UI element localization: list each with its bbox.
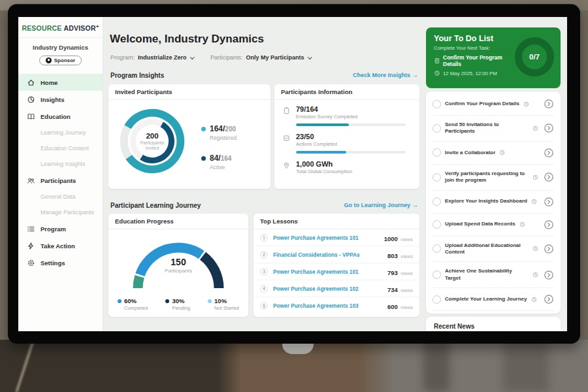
lesson-views: 734 views: [387, 283, 413, 295]
todo-task-row[interactable]: Send 50 Invitations to Participants: [433, 116, 554, 142]
consumption-icon: [282, 161, 291, 170]
sidebar-nav: Home Insights Education Learning: [18, 74, 103, 271]
task-label: Complete Your Learning Journey: [445, 296, 527, 302]
legend-dot: [208, 299, 212, 303]
todo-task-row[interactable]: Invite a Collaborator: [433, 142, 554, 165]
actions-icon: [282, 134, 291, 142]
task-checkbox[interactable]: [433, 124, 441, 133]
recent-news-card: Recent News: [426, 317, 561, 331]
go-to-learning-journey-link[interactable]: Go to Learning Journey→: [344, 202, 418, 208]
recent-news-title: Recent News: [434, 323, 474, 330]
task-chevron-button[interactable]: [544, 244, 554, 254]
task-checkbox[interactable]: [433, 244, 441, 253]
task-checkbox[interactable]: [433, 100, 441, 108]
sidebar-item-label: Manage Participants: [41, 209, 94, 216]
lesson-rank-badge: 4: [260, 285, 268, 293]
task-chevron-button[interactable]: [544, 123, 554, 133]
task-checkbox[interactable]: [433, 148, 441, 157]
task-checkbox[interactable]: [433, 270, 441, 279]
task-chevron-button[interactable]: [544, 148, 554, 158]
collapse-tasks-link[interactable]: Collapse Tasks: [433, 311, 554, 314]
sidebar-item-label: General Data: [41, 193, 76, 200]
lesson-row: 1 Power Purchase Agreements 101 1000 vie…: [253, 229, 419, 246]
lesson-link[interactable]: Power Purchase Agreements 101: [273, 235, 384, 241]
sidebar: RESOURCEADVISOR+ Industry Dynamics Spons…: [18, 17, 103, 331]
task-chevron-button[interactable]: [544, 99, 554, 109]
participants-icon: [27, 176, 35, 185]
lesson-link[interactable]: Power Purchase Agreements 103: [273, 302, 387, 309]
info-stat-row: 23/50 Actions Completed: [282, 133, 412, 154]
todo-tasks-card: Confirm Your Program Details Send 50 Inv…: [426, 91, 561, 314]
sidebar-item[interactable]: Take Action: [18, 237, 103, 254]
task-checkbox[interactable]: [433, 173, 441, 182]
task-chevron-button[interactable]: [544, 197, 554, 207]
legend-dot: [201, 156, 206, 161]
lesson-row: 2 Financial Considerations - VPPAs 803 v…: [253, 246, 419, 263]
lesson-views: 1000 views: [384, 232, 413, 244]
task-checkbox[interactable]: [433, 220, 441, 229]
participants-dropdown[interactable]: Only My Participants: [246, 54, 312, 61]
logo-plus: +: [96, 24, 99, 29]
education-gauge-chart: 150 Participants: [123, 232, 234, 292]
todo-task-row[interactable]: Verify participants requesting to join t…: [433, 165, 554, 191]
education-legend: 60% Completed 30% Pending 10% Not Starte…: [108, 297, 248, 311]
logo-resource: RESOURCE: [22, 24, 61, 32]
participants-filter-label: Participants:: [210, 54, 243, 61]
invited-donut-chart: 200 Participants Invited: [114, 103, 191, 180]
top-lessons-card: Top Lessons 1 Power Purchase Agreements …: [253, 214, 419, 317]
background-blur-shape: [503, 340, 549, 392]
task-checkbox[interactable]: [433, 197, 441, 206]
monitor-bezel: RESOURCEADVISOR+ Industry Dynamics Spons…: [8, 4, 580, 344]
task-label: Achieve One Sustainability Target: [445, 268, 529, 282]
task-chevron-button[interactable]: [544, 220, 554, 230]
sidebar-item[interactable]: Settings: [18, 254, 103, 271]
todo-progress-count: 0/7: [529, 53, 540, 61]
chevron-down-icon: [308, 55, 312, 59]
todo-task-row[interactable]: Explore Your Insights Dashboard: [433, 191, 554, 214]
sidebar-item[interactable]: Program: [18, 220, 103, 237]
sidebar-item[interactable]: Education: [18, 108, 103, 125]
chevron-down-icon: [190, 55, 194, 59]
todo-task-row[interactable]: Achieve One Sustainability Target: [433, 262, 554, 288]
sidebar-item[interactable]: Home: [18, 74, 103, 91]
home-icon: [27, 78, 35, 87]
task-checkbox[interactable]: [433, 295, 441, 304]
sidebar-item[interactable]: Learning Journey: [18, 125, 103, 140]
clock-icon: [531, 199, 537, 204]
check-more-insights-link[interactable]: Check More Insights→: [353, 72, 418, 78]
sidebar-item[interactable]: Learning Insights: [18, 156, 103, 172]
clock-icon: [532, 246, 538, 252]
task-label: Upload Spend Data Records: [445, 221, 515, 227]
clock-icon: [532, 272, 538, 278]
lesson-link[interactable]: Power Purchase Agreements 101: [273, 269, 387, 275]
lesson-link[interactable]: Financial Considerations - VPPAs: [273, 252, 387, 258]
task-chevron-button[interactable]: [544, 294, 554, 304]
program-filter: Program: Industrialize Zero: [110, 54, 193, 61]
todo-task-row[interactable]: Confirm Your Program Details: [433, 93, 554, 116]
sidebar-item[interactable]: Education Content: [18, 140, 103, 156]
arrow-right-icon: →: [412, 72, 418, 78]
task-label: Confirm Your Program Details: [445, 101, 519, 107]
task-chevron-button[interactable]: [544, 172, 554, 182]
app-logo: RESOURCEADVISOR+: [18, 17, 103, 38]
education-progress-card: Education Progress 150 Participants 60%: [108, 214, 248, 317]
program-dropdown[interactable]: Industrialize Zero: [138, 54, 193, 61]
todo-task-row[interactable]: Complete Your Learning Journey: [433, 288, 554, 311]
sidebar-item[interactable]: Insights: [18, 91, 103, 108]
donut-legend: 164/200 Registered 84/164 Active: [201, 122, 237, 171]
task-chevron-button[interactable]: [544, 270, 554, 280]
legend-item: 84/164 Active: [201, 152, 237, 171]
todo-task-row[interactable]: Upload Spend Data Records: [433, 214, 554, 237]
sidebar-item[interactable]: General Data: [18, 189, 103, 204]
legend-item: 10% Not Started: [208, 297, 239, 311]
learning-journey-section-title: Participant Learning Journey: [110, 202, 201, 209]
info-stats: 79/164 Emission Survey Completed 23/50 A…: [274, 100, 419, 174]
todo-task-row[interactable]: Upload Additional Educational Content: [433, 237, 554, 263]
info-stat-row: 79/164 Emission Survey Completed: [282, 105, 412, 126]
todo-next-task[interactable]: Confirm Your Program Details: [434, 54, 514, 67]
program-filter-label: Program:: [110, 54, 135, 61]
sidebar-item[interactable]: Participants: [18, 172, 103, 189]
lesson-link[interactable]: Power Purchase Agreements 102: [273, 286, 387, 292]
sidebar-item[interactable]: Manage Participants: [18, 204, 103, 220]
gauge-center-label: 150 Participants: [123, 257, 234, 274]
